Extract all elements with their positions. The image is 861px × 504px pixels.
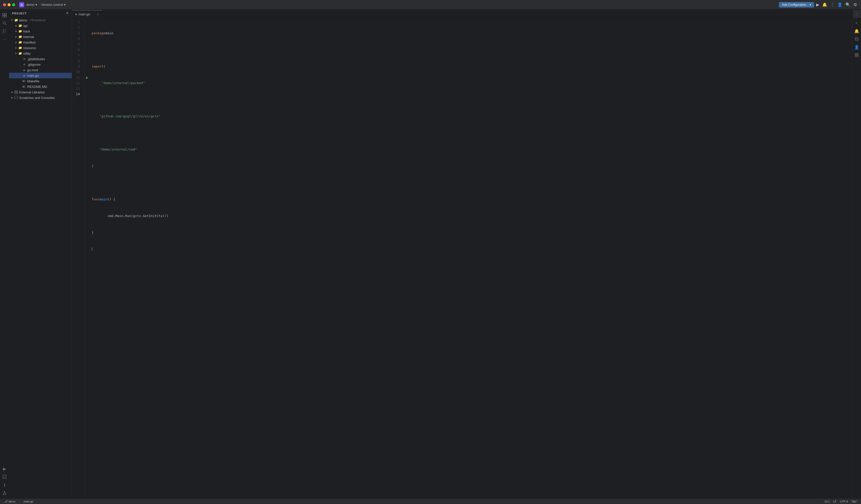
sidebar-item-hack[interactable]: ▶ 📁 hack: [9, 28, 72, 34]
tree-item-label: Makefile: [27, 79, 39, 83]
svg-rect-6: [3, 29, 4, 31]
statusbar-project: demo: [9, 500, 16, 503]
statusbar-breadcrumb-sep1: ›: [18, 499, 22, 504]
code-line-4: _ "demo/internal/packed": [92, 80, 850, 86]
paren-close: ): [92, 163, 94, 169]
line-numbers-gutter: 1 2 3 4 5 6 7 8 9 10 11 12 13 14: [72, 18, 85, 499]
activity-git-icon[interactable]: [1, 489, 8, 496]
svg-line-5: [5, 24, 6, 25]
activity-structure-icon[interactable]: [1, 28, 8, 35]
run-gutter-empty-6: [85, 47, 90, 53]
close-button[interactable]: [3, 3, 6, 6]
chevron-right-icon: ▶: [14, 40, 18, 44]
keyword-package: package: [92, 30, 106, 36]
sidebar-item-external-libraries[interactable]: ▶ External Libraries: [9, 90, 72, 95]
statusbar-branch[interactable]: ⎇ demo: [2, 499, 17, 504]
chevron-right-icon: ▶: [14, 46, 18, 50]
tab-file-icon: ◈: [75, 13, 77, 16]
tree-item-label: demo: [19, 18, 27, 22]
sidebar-item-gitignore[interactable]: ▶ ⚙ .gitignore: [9, 62, 72, 67]
run-gutter-empty-4: [85, 36, 90, 42]
config-file-icon: ⚙: [22, 57, 26, 61]
right-plugin-icon[interactable]: [853, 52, 860, 59]
sidebar-item-manifest[interactable]: ▶ 📁 manifest: [9, 40, 72, 45]
sidebar-item-readme[interactable]: ▶ M↓ README.MD: [9, 84, 72, 90]
chevron-right-icon: ▶: [14, 24, 18, 28]
maximize-button[interactable]: [12, 3, 15, 6]
sidebar-item-demo[interactable]: ▶ 📁 demo ~/Temp/demo: [9, 17, 72, 23]
mini-scrollbar[interactable]: [850, 18, 852, 499]
add-config-chevron-icon: ▾: [810, 3, 811, 6]
run-icon-row-11[interactable]: ▶: [85, 75, 90, 80]
sidebar-gear-icon[interactable]: ⚙: [66, 12, 69, 15]
right-notifications-icon[interactable]: 🔔: [853, 27, 860, 35]
traffic-lights: [3, 3, 15, 6]
activity-project-icon[interactable]: [1, 12, 8, 19]
statusbar-line-endings[interactable]: LF: [832, 499, 838, 504]
sidebar-item-scratches[interactable]: ▶ Scratches and Consoles: [9, 95, 72, 100]
tab-more-button[interactable]: ⋮: [853, 10, 861, 18]
activity-run-icon[interactable]: ▶: [1, 465, 8, 472]
code-editor[interactable]: package main import ( _ "demo/internal/p…: [90, 18, 850, 499]
tree-item-label: go.mod: [27, 68, 38, 72]
activity-bookmark-icon[interactable]: [1, 473, 8, 480]
right-database-icon[interactable]: [853, 36, 860, 43]
svg-rect-25: [857, 53, 859, 55]
svg-rect-1: [5, 13, 6, 15]
import-path-cmd: "demo/internal/cmd": [99, 147, 137, 152]
search-button[interactable]: 🔍: [844, 1, 851, 8]
statusbar-charset[interactable]: UTF-8: [838, 499, 849, 504]
version-control-button[interactable]: Version control ▾: [39, 2, 68, 7]
svg-point-23: [855, 38, 858, 39]
keyword-func: func: [92, 196, 99, 202]
run-gutter-empty-9: [85, 64, 90, 69]
run-gutter-empty-2: [85, 25, 90, 30]
run-gutter-empty-5: [85, 42, 90, 47]
run-gutter-empty-1: [85, 19, 90, 25]
brace-close: }: [92, 230, 94, 235]
tree-item-label: README.MD: [27, 85, 47, 88]
statusbar-indent[interactable]: Tab*: [850, 499, 859, 504]
folder-icon: 📁: [18, 29, 22, 33]
tree-item-label: .gitignore: [27, 63, 41, 67]
settings-button[interactable]: ⚙: [852, 1, 858, 8]
tree-item-label: resource: [23, 46, 36, 50]
activity-info-icon[interactable]: ℹ: [1, 481, 8, 488]
statusbar-breadcrumb-file[interactable]: main.go: [22, 499, 35, 504]
more-options-button[interactable]: ⋮: [829, 1, 835, 8]
chevron-right-icon: ▶: [10, 90, 14, 94]
minimize-button[interactable]: [8, 3, 11, 6]
main-layout: ⋯ ▶ ℹ Project ⚙ ▶: [0, 10, 861, 499]
sidebar-item-api[interactable]: ▶ 📁 api: [9, 23, 72, 28]
run-gutter-empty-13: [85, 86, 90, 91]
activity-find-icon[interactable]: [1, 19, 8, 27]
tab-maingo[interactable]: ◈ main.go ×: [72, 10, 102, 18]
chevron-down-icon: ▶: [10, 18, 14, 22]
activity-bar: ⋯ ▶ ℹ: [0, 10, 9, 499]
sidebar-item-resource[interactable]: ▶ 📁 resource: [9, 45, 72, 51]
svg-line-16: [4, 492, 5, 494]
statusbar-breadcrumb-maingo: main.go: [24, 500, 33, 503]
sidebar-item-makefile[interactable]: ▶ M↑ Makefile: [9, 78, 72, 84]
svg-point-27: [857, 55, 859, 57]
sidebar-item-gitattributes[interactable]: ▶ ⚙ .gitattributes: [9, 56, 72, 62]
project-name-button[interactable]: demo ▾: [26, 3, 37, 6]
tab-close-button[interactable]: ×: [97, 13, 99, 16]
make-file-icon: M↑: [22, 79, 26, 83]
add-configuration-button[interactable]: Add Configuration... ▾: [779, 2, 814, 8]
sidebar-item-gomod[interactable]: ▶ ◈ go.mod: [9, 67, 72, 73]
right-account-icon[interactable]: 👤: [853, 43, 860, 51]
chevron-right-icon: ▶: [14, 51, 18, 55]
notifications-button[interactable]: 🔔: [821, 1, 828, 8]
line-number-6: 6: [72, 47, 82, 53]
run-button[interactable]: ▶: [815, 1, 820, 8]
sidebar-item-maingo[interactable]: ▶ ◈ main.go: [9, 73, 72, 78]
line-number-11: 11: [72, 75, 82, 80]
activity-more-icon[interactable]: ⋯: [1, 36, 8, 43]
right-gutter-check-icon: ✓: [853, 19, 860, 26]
sidebar-title: Project: [12, 12, 27, 15]
sidebar-item-utility[interactable]: ▶ 📁 utility: [9, 51, 72, 56]
account-button[interactable]: 👤: [836, 1, 843, 8]
sidebar-item-internal[interactable]: ▶ 📁 internal: [9, 34, 72, 40]
statusbar-position[interactable]: 14:1: [823, 499, 831, 504]
